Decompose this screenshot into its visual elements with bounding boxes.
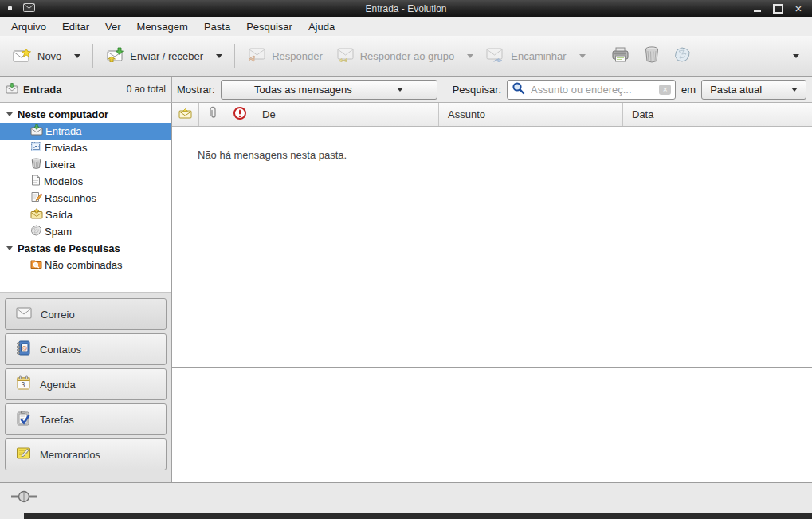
clear-search-icon[interactable]: × xyxy=(659,85,671,95)
toolbar-separator xyxy=(92,44,93,68)
folder-label: Lixeira xyxy=(45,159,75,171)
reply-button[interactable]: Responder xyxy=(241,42,329,70)
switcher-label: Agenda xyxy=(40,379,76,391)
message-list[interactable]: Não há mensagens nesta pasta. xyxy=(172,127,812,368)
reply-group-dropdown-arrow[interactable] xyxy=(461,49,480,64)
junk-button[interactable] xyxy=(667,42,698,70)
column-attachment[interactable] xyxy=(199,103,226,126)
sidebar-item-enviadas[interactable]: Enviadas xyxy=(0,140,171,156)
switcher-label: Tarefas xyxy=(40,414,74,426)
switcher-label: Memorandos xyxy=(40,449,100,461)
templates-icon xyxy=(30,175,41,188)
folder-label: Entrada xyxy=(45,125,82,137)
titlebar-left xyxy=(0,3,35,14)
folder-header-icon xyxy=(6,83,18,96)
menu-ajuda[interactable]: Ajuda xyxy=(300,18,343,35)
print-button[interactable] xyxy=(604,42,637,70)
delete-button[interactable] xyxy=(637,41,667,70)
folder-label: Não combinadas xyxy=(45,259,123,271)
paperclip-icon xyxy=(208,106,218,123)
spam-icon xyxy=(30,225,42,238)
tree-section-label: Neste computador xyxy=(18,108,108,120)
reply-group-button[interactable]: Responder ao grupo xyxy=(329,42,461,70)
sidebar-item-spam[interactable]: Spam xyxy=(0,223,171,240)
menu-pesquisar[interactable]: Pesquisar xyxy=(238,18,300,35)
folder-tree: Neste computador Entrada Enviadas xyxy=(0,103,171,292)
forward-icon xyxy=(486,48,505,65)
junk-icon xyxy=(674,47,691,65)
expander-icon[interactable] xyxy=(6,246,13,250)
forward-label: Encaminhar xyxy=(511,50,566,62)
switcher-mail-button[interactable]: Correio xyxy=(5,298,167,330)
search-scope-dropdown[interactable]: Pasta atual xyxy=(701,80,806,100)
toolbar: Novo Enviar / receber Responder Responde… xyxy=(0,36,812,77)
menu-arquivo[interactable]: Arquivo xyxy=(3,18,54,35)
priority-icon xyxy=(233,106,247,123)
window-controls: × xyxy=(751,4,812,14)
titlebar[interactable]: Entrada - Evolution × xyxy=(0,0,812,17)
search-scope-value: Pasta atual xyxy=(710,84,762,96)
toolbar-overflow-arrow[interactable] xyxy=(787,49,806,64)
show-filter-dropdown[interactable]: Todas as mensagens xyxy=(221,80,437,100)
app-window-icon xyxy=(23,3,35,14)
online-status-icon[interactable] xyxy=(10,490,37,506)
switcher-memos-button[interactable]: Memorandos xyxy=(5,438,167,470)
tree-section-computer[interactable]: Neste computador xyxy=(0,106,171,123)
message-count: 0 ao total xyxy=(127,84,166,95)
menu-ver[interactable]: Ver xyxy=(97,18,129,35)
switcher-calendar-button[interactable]: 3 Agenda xyxy=(5,368,167,400)
message-list-header: De Assunto Data xyxy=(172,103,812,127)
minimize-button[interactable] xyxy=(751,4,763,14)
window-menu-dot-icon[interactable] xyxy=(8,6,12,10)
reply-icon xyxy=(247,48,266,65)
send-receive-button[interactable]: Enviar / receber xyxy=(99,41,210,70)
expander-icon[interactable] xyxy=(6,112,13,116)
maximize-button[interactable] xyxy=(772,4,783,14)
new-dropdown-arrow[interactable] xyxy=(68,49,87,64)
sidebar-item-modelos[interactable]: Modelos xyxy=(0,173,171,190)
sidebar-item-entrada[interactable]: Entrada xyxy=(0,123,171,140)
search-input[interactable] xyxy=(529,83,655,96)
forward-button[interactable]: Encaminhar xyxy=(480,42,572,70)
svg-text:3: 3 xyxy=(22,382,25,389)
column-subject-label: Assunto xyxy=(448,108,485,120)
menu-pasta[interactable]: Pasta xyxy=(196,18,238,35)
sidebar-item-lixeira[interactable]: Lixeira xyxy=(0,156,171,173)
contacts-icon: @ xyxy=(16,340,31,358)
sidebar-item-nao-combinadas[interactable]: Não combinadas xyxy=(0,257,171,273)
search-icon xyxy=(512,81,525,97)
search-box: × xyxy=(507,80,676,100)
sidebar: Neste computador Entrada Enviadas xyxy=(0,103,172,482)
folder-label: Modelos xyxy=(44,175,83,187)
status-bar xyxy=(0,482,812,513)
send-receive-dropdown-arrow[interactable] xyxy=(210,49,229,64)
switcher-contacts-button[interactable]: @ Contatos xyxy=(5,333,167,365)
message-status-icon xyxy=(178,108,192,121)
new-button[interactable]: Novo xyxy=(6,42,68,70)
reply-group-icon xyxy=(335,48,355,65)
preview-pane[interactable] xyxy=(172,368,812,482)
column-status[interactable] xyxy=(172,103,199,126)
folder-label: Enviadas xyxy=(45,142,87,154)
svg-text:@: @ xyxy=(22,345,28,352)
menu-editar[interactable]: Editar xyxy=(54,18,97,35)
switcher-tasks-button[interactable]: Tarefas xyxy=(5,403,167,435)
tree-section-search-folders[interactable]: Pastas de Pesquisas xyxy=(0,240,171,257)
column-priority[interactable] xyxy=(226,103,253,126)
new-message-icon xyxy=(13,48,32,65)
column-subject[interactable]: Assunto xyxy=(439,103,623,126)
sidebar-item-rascunhos[interactable]: Rascunhos xyxy=(0,190,171,206)
toolbar-separator xyxy=(234,44,235,68)
column-date[interactable]: Data xyxy=(623,103,812,126)
toolbar-separator xyxy=(598,44,598,68)
menu-mensagem[interactable]: Mensagem xyxy=(129,18,196,35)
evolution-window: Entrada - Evolution × Arquivo Editar Ver… xyxy=(0,0,812,519)
close-button[interactable]: × xyxy=(793,4,804,14)
memos-icon xyxy=(16,446,31,463)
tree-section-label: Pastas de Pesquisas xyxy=(18,242,120,254)
reply-label: Responder xyxy=(272,50,323,62)
sidebar-item-saida[interactable]: Saída xyxy=(0,206,171,223)
column-from[interactable]: De xyxy=(253,103,439,126)
forward-dropdown-arrow[interactable] xyxy=(573,49,592,64)
printer-icon xyxy=(611,47,630,65)
